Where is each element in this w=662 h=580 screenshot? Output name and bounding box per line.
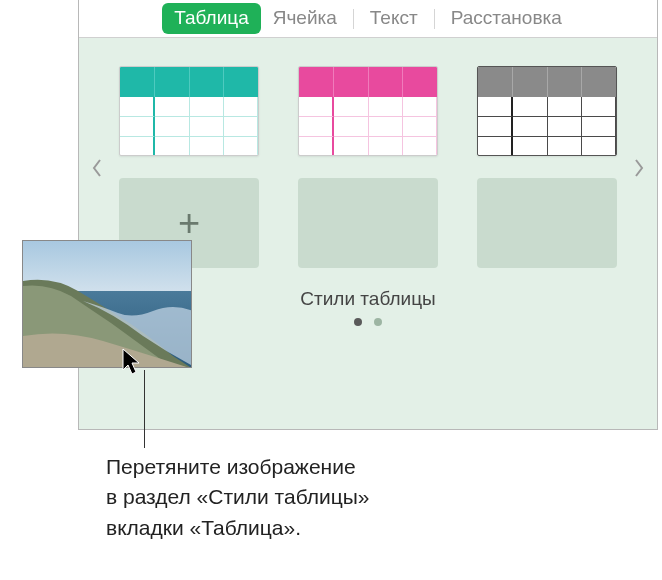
styles-pager bbox=[119, 318, 617, 326]
table-styles-row bbox=[119, 66, 617, 156]
chevron-right-icon bbox=[633, 158, 645, 178]
tab-cell[interactable]: Ячейка bbox=[261, 3, 349, 34]
tab-separator bbox=[434, 9, 435, 29]
coastline-image-icon bbox=[23, 241, 192, 368]
styles-prev-button[interactable] bbox=[87, 153, 107, 183]
callout-line-2: в раздел «Стили таблицы» bbox=[106, 485, 370, 508]
callout-line-3: вкладки «Таблица». bbox=[106, 516, 301, 539]
tab-separator bbox=[353, 9, 354, 29]
table-style-pink[interactable] bbox=[298, 66, 438, 156]
tab-text[interactable]: Текст bbox=[358, 3, 430, 34]
section-label: Стили таблицы bbox=[119, 288, 617, 310]
tab-bar: Таблица Ячейка Текст Расстановка bbox=[79, 0, 657, 38]
dragged-image-thumbnail[interactable] bbox=[22, 240, 192, 368]
pager-dot-1[interactable] bbox=[354, 318, 362, 326]
tab-content: + Стили таблицы bbox=[79, 38, 657, 429]
tab-table[interactable]: Таблица bbox=[162, 3, 261, 34]
tab-arrange[interactable]: Расстановка bbox=[439, 3, 574, 34]
plus-icon: + bbox=[178, 204, 200, 242]
chevron-left-icon bbox=[91, 158, 103, 178]
table-style-gray[interactable] bbox=[477, 66, 617, 156]
mouse-cursor-icon bbox=[122, 348, 144, 378]
styles-next-button[interactable] bbox=[629, 153, 649, 183]
callout-leader-line bbox=[144, 370, 145, 448]
table-style-teal[interactable] bbox=[119, 66, 259, 156]
callout-line-1: Перетяните изображение bbox=[106, 455, 356, 478]
pager-dot-2[interactable] bbox=[374, 318, 382, 326]
table-style-empty-slot[interactable] bbox=[298, 178, 438, 268]
table-style-empty-slot[interactable] bbox=[477, 178, 617, 268]
table-styles-placeholder-row: + bbox=[119, 178, 617, 268]
callout-text: Перетяните изображение в раздел «Стили т… bbox=[106, 452, 546, 543]
